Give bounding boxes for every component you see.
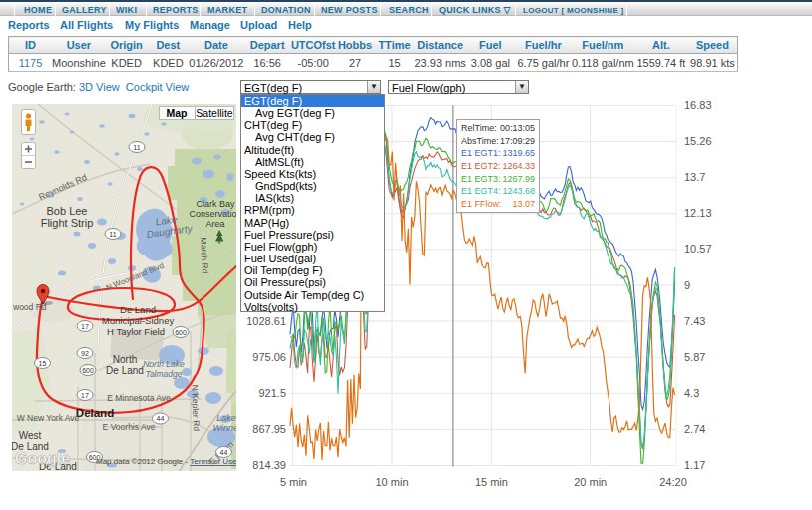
svg-text:600: 600 — [175, 329, 187, 336]
svg-text:10.57: 10.57 — [684, 243, 712, 255]
svg-text:Bob Lee: Bob Lee — [47, 205, 88, 217]
svg-text:1028.61: 1028.61 — [246, 315, 286, 327]
svg-text:11: 11 — [133, 144, 140, 151]
svg-text:N Kepler Rd: N Kepler Rd — [190, 385, 202, 432]
svg-text:Flight Strip: Flight Strip — [41, 217, 94, 229]
svg-text:Talmadge: Talmadge — [145, 369, 182, 379]
svg-text:814.39: 814.39 — [252, 459, 286, 471]
svg-text:Map: Map — [167, 107, 188, 119]
svg-text:16.83: 16.83 — [684, 99, 712, 111]
svg-text:W New York Ave: W New York Ave — [17, 413, 80, 423]
svg-text:975.06: 975.06 — [252, 351, 286, 363]
svg-text:Satellite: Satellite — [196, 107, 233, 119]
svg-text:15 min: 15 min — [475, 476, 508, 488]
svg-text:5 min: 5 min — [280, 476, 307, 488]
svg-text:Conservation: Conservation — [189, 209, 236, 219]
svg-text:24:20: 24:20 — [659, 476, 687, 488]
svg-text:7.43: 7.43 — [684, 315, 705, 327]
svg-text:De Land: De Land — [120, 304, 156, 315]
svg-text:13.7: 13.7 — [684, 171, 705, 183]
svg-text:20 min: 20 min — [574, 476, 607, 488]
svg-text:44: 44 — [220, 449, 228, 456]
svg-text:Clark Bay: Clark Bay — [196, 199, 235, 209]
svg-text:2.74: 2.74 — [684, 423, 705, 435]
svg-text:15.26: 15.26 — [684, 135, 712, 147]
svg-text:H Taylor Field: H Taylor Field — [107, 326, 165, 337]
svg-text:Google: Google — [15, 450, 70, 467]
svg-text:15: 15 — [39, 360, 47, 367]
svg-text:Lake: Lake — [216, 413, 236, 423]
svg-text:921.5: 921.5 — [258, 387, 286, 399]
svg-text:Winnem: Winnem — [213, 423, 236, 433]
svg-text:Deland: Deland — [76, 407, 114, 419]
svg-text:5.87: 5.87 — [684, 351, 705, 363]
svg-text:North Lake: North Lake — [143, 359, 185, 369]
svg-text:11: 11 — [109, 231, 116, 238]
svg-text:Map data ©2012 Google - Terms: Map data ©2012 Google - Terms of Use — [96, 457, 236, 466]
svg-text:E Voorhis Ave: E Voorhis Ave — [103, 422, 156, 432]
svg-text:Marsh Rd: Marsh Rd — [199, 237, 210, 274]
svg-text:867.95: 867.95 — [252, 423, 286, 435]
svg-text:9: 9 — [684, 279, 690, 291]
svg-text:West: West — [19, 430, 42, 441]
svg-text:De Land: De Land — [106, 365, 144, 376]
svg-text:Area: Area — [205, 219, 224, 229]
svg-text:92: 92 — [81, 350, 89, 357]
svg-text:North: North — [113, 354, 137, 365]
svg-text:600: 600 — [82, 367, 94, 374]
svg-text:4.3: 4.3 — [684, 387, 699, 399]
svg-text:Municipal-Sidney: Municipal-Sidney — [102, 315, 175, 326]
svg-text:1.17: 1.17 — [684, 459, 705, 471]
svg-text:17: 17 — [81, 392, 89, 399]
svg-text:12.13: 12.13 — [684, 207, 712, 219]
svg-text:E Minnesota Ave: E Minnesota Ave — [107, 393, 171, 403]
svg-text:10 min: 10 min — [375, 476, 408, 488]
svg-text:17: 17 — [81, 323, 89, 330]
svg-text:44: 44 — [157, 415, 165, 422]
